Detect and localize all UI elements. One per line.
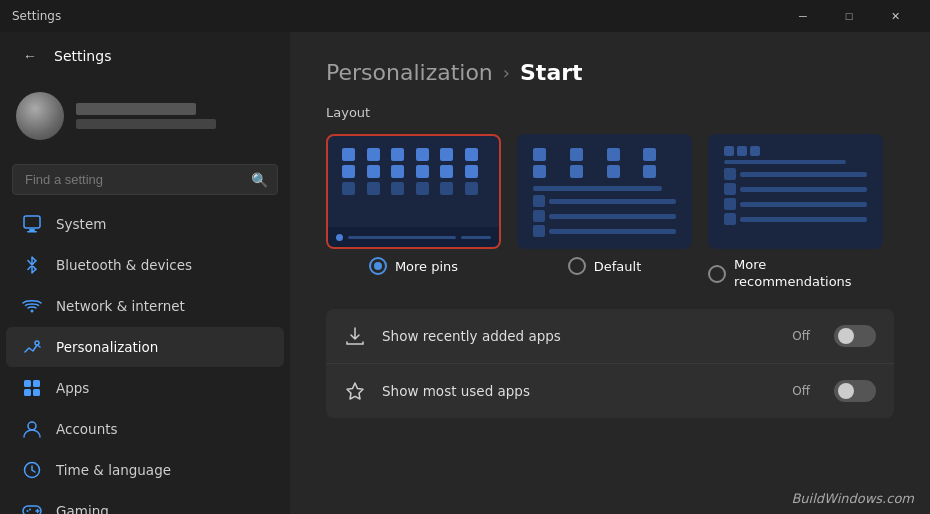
toggle-row-most-used: Show most used apps Off (326, 364, 894, 418)
back-button[interactable]: ← (16, 42, 44, 70)
download-icon (344, 325, 366, 347)
breadcrumb-current: Start (520, 60, 583, 85)
layout-card-more-pins[interactable]: More pins (326, 134, 501, 291)
toggle-section: Show recently added apps Off Show most u… (326, 309, 894, 418)
sidebar-item-time[interactable]: Time & language (6, 450, 284, 490)
sidebar-item-label: Network & internet (56, 298, 185, 314)
sidebar-item-label: Personalization (56, 339, 158, 355)
main-pane: Personalization › Start Layout (290, 32, 930, 514)
search-bar: 🔍 (12, 164, 278, 195)
layout-section-label: Layout (326, 105, 894, 120)
minimize-button[interactable]: ─ (780, 0, 826, 32)
search-input[interactable] (12, 164, 278, 195)
nav-list: System Bluetooth & devices (0, 203, 290, 514)
maximize-button[interactable]: □ (826, 0, 872, 32)
svg-rect-11 (23, 506, 41, 514)
svg-point-15 (29, 509, 31, 511)
svg-point-14 (27, 510, 29, 512)
sidebar-title: Settings (54, 48, 111, 64)
recently-added-label: Show recently added apps (382, 328, 776, 344)
layout-card-default[interactable]: Default (517, 134, 692, 291)
breadcrumb-chevron: › (503, 62, 510, 83)
sidebar-item-label: Accounts (56, 421, 118, 437)
titlebar: Settings ─ □ ✕ (0, 0, 930, 32)
close-button[interactable]: ✕ (872, 0, 918, 32)
avatar-image (16, 92, 64, 140)
radio-circle-more-pins (369, 257, 387, 275)
sidebar: ← Settings 🔍 (0, 32, 290, 514)
sidebar-item-personalization[interactable]: Personalization (6, 327, 284, 367)
breadcrumb: Personalization › Start (326, 60, 894, 85)
accounts-icon (22, 419, 42, 439)
app-title: Settings (12, 9, 780, 23)
layout-options: More pins (326, 134, 894, 291)
most-used-label: Show most used apps (382, 383, 776, 399)
user-profile[interactable] (0, 80, 290, 152)
radio-more-rec[interactable]: More recommendations (708, 257, 883, 291)
most-used-toggle[interactable] (834, 380, 876, 402)
svg-rect-8 (33, 389, 40, 396)
sidebar-item-label: Gaming (56, 503, 109, 514)
radio-label-more-pins: More pins (395, 259, 458, 274)
system-icon (22, 214, 42, 234)
svg-rect-5 (24, 380, 31, 387)
radio-default[interactable]: Default (568, 257, 642, 275)
svg-rect-7 (24, 389, 31, 396)
user-email (76, 119, 216, 129)
sidebar-item-network[interactable]: Network & internet (6, 286, 284, 326)
recently-added-toggle[interactable] (834, 325, 876, 347)
sidebar-item-bluetooth[interactable]: Bluetooth & devices (6, 245, 284, 285)
avatar (16, 92, 64, 140)
star-icon (344, 380, 366, 402)
svg-rect-0 (24, 216, 40, 228)
bluetooth-icon (22, 255, 42, 275)
personalization-icon (22, 337, 42, 357)
breadcrumb-parent[interactable]: Personalization (326, 60, 493, 85)
svg-rect-2 (27, 231, 37, 233)
svg-point-4 (35, 341, 39, 345)
recently-added-state: Off (792, 329, 810, 343)
sidebar-item-gaming[interactable]: Gaming (6, 491, 284, 514)
sidebar-item-label: Apps (56, 380, 89, 396)
user-info (76, 103, 216, 129)
sidebar-item-system[interactable]: System (6, 204, 284, 244)
radio-label-default: Default (594, 259, 642, 274)
apps-icon (22, 378, 42, 398)
sidebar-item-accounts[interactable]: Accounts (6, 409, 284, 449)
search-icon: 🔍 (251, 172, 268, 188)
gaming-icon (22, 501, 42, 514)
sidebar-header: ← Settings (0, 32, 290, 80)
radio-circle-more-rec (708, 265, 726, 283)
sidebar-item-label: Time & language (56, 462, 171, 478)
most-used-state: Off (792, 384, 810, 398)
window-controls: ─ □ ✕ (780, 0, 918, 32)
svg-rect-1 (29, 229, 35, 231)
radio-more-pins[interactable]: More pins (369, 257, 458, 275)
sidebar-item-label: Bluetooth & devices (56, 257, 192, 273)
toggle-row-recently-added: Show recently added apps Off (326, 309, 894, 364)
sidebar-item-label: System (56, 216, 106, 232)
time-icon (22, 460, 42, 480)
radio-circle-default (568, 257, 586, 275)
svg-rect-6 (33, 380, 40, 387)
layout-card-more-rec[interactable]: More recommendations (708, 134, 883, 291)
svg-point-3 (31, 310, 34, 313)
svg-point-9 (28, 422, 36, 430)
radio-label-more-rec: More recommendations (734, 257, 883, 291)
network-icon (22, 296, 42, 316)
user-name (76, 103, 196, 115)
sidebar-item-apps[interactable]: Apps (6, 368, 284, 408)
